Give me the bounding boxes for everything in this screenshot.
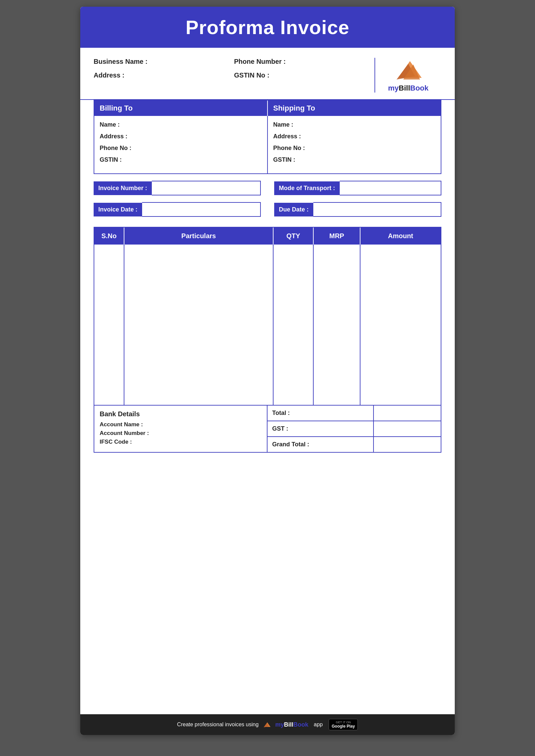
col-sno [94, 245, 124, 405]
transport-group: Mode of Transport : [274, 181, 441, 195]
total-value [374, 406, 441, 421]
col-header-amount: Amount [360, 228, 441, 245]
invoice-date-label: Invoice Date : [94, 203, 142, 216]
shipping-to-header: Shipping To [268, 101, 441, 116]
total-label: Total : [268, 406, 374, 421]
invoice-number-input[interactable] [152, 181, 261, 195]
billing-phone: Phone No : [100, 145, 262, 152]
billing-address: Address : [100, 133, 262, 140]
business-center: Phone Number : GSTIN No : [234, 58, 374, 93]
business-gstin-label: GSTIN No : [234, 71, 374, 79]
billing-col-right: Name : Address : Phone No : GSTIN : [268, 116, 441, 173]
table-header: S.No Particulars QTY MRP Amount [94, 228, 441, 245]
col-qty [274, 245, 314, 405]
bank-details-section: Bank Details Account Name : Account Numb… [94, 406, 268, 452]
footer-create-text: Create professional invoices using [177, 722, 259, 728]
business-left: Business Name : Address : [94, 58, 234, 93]
col-particulars [124, 245, 274, 405]
total-row: Total : [268, 406, 441, 421]
col-header-mrp: MRP [314, 228, 360, 245]
gst-row: GST : [268, 421, 441, 437]
due-date-group: Due Date : [274, 202, 441, 217]
business-logo-section: myBillBook [374, 58, 441, 93]
grand-total-label: Grand Total : [268, 437, 374, 452]
billing-body: Name : Address : Phone No : GSTIN : Name… [94, 116, 441, 173]
business-address-label: Address : [94, 71, 234, 79]
page-footer: Create professional invoices using myBil… [80, 714, 455, 735]
invoice-number-transport-row: Invoice Number : Mode of Transport : [94, 181, 441, 195]
gst-value [374, 421, 441, 436]
invoice-number-label: Invoice Number : [94, 181, 152, 195]
google-play-badge[interactable]: GET IT ON Google Play [329, 719, 358, 730]
gst-label: GST : [268, 421, 374, 436]
logo-bill: Bill [399, 84, 410, 92]
col-amount [360, 245, 441, 405]
table-footer: Bank Details Account Name : Account Numb… [94, 405, 441, 452]
account-name-label: Account Name : [100, 421, 261, 428]
items-table: S.No Particulars QTY MRP Amount Bank Det… [94, 227, 441, 453]
invoice-date-input[interactable] [142, 202, 261, 217]
logo-book: Book [410, 84, 429, 92]
mybillbook-logo-text: myBillBook [388, 84, 428, 93]
totals-section: Total : GST : Grand Total : [268, 406, 441, 452]
invoice-title: Proforma Invoice [186, 16, 349, 38]
footer-logo-text: myBillBook [275, 721, 308, 728]
billing-name: Name : [100, 121, 262, 128]
grand-total-value [374, 437, 441, 452]
billing-header: Billing To Shipping To [94, 101, 441, 116]
shipping-gstin: GSTIN : [273, 156, 435, 163]
billing-gstin: GSTIN : [100, 156, 262, 163]
business-section: Business Name : Address : Phone Number :… [80, 48, 455, 100]
ifsc-label: IFSC Code : [100, 439, 261, 445]
shipping-phone: Phone No : [273, 145, 435, 152]
due-date-input[interactable] [313, 202, 441, 217]
invoice-date-group: Invoice Date : [94, 202, 261, 217]
google-play-text: Google Play [332, 724, 355, 729]
business-phone-label: Phone Number : [234, 58, 374, 65]
shipping-name: Name : [273, 121, 435, 128]
bank-details-title: Bank Details [100, 410, 261, 418]
billing-to-header: Billing To [94, 101, 268, 116]
logo-container: myBillBook [388, 58, 428, 93]
col-mrp [314, 245, 360, 405]
logo-my: my [388, 84, 399, 92]
footer-logo-my: my [275, 721, 284, 728]
table-body-rows [94, 245, 441, 405]
get-it-on-text: GET IT ON [336, 721, 351, 724]
billing-shipping-section: Billing To Shipping To Name : Address : … [94, 100, 441, 174]
shipping-address: Address : [273, 133, 435, 140]
transport-label: Mode of Transport : [274, 181, 340, 195]
footer-app-text: app [314, 722, 323, 728]
business-name-label: Business Name : [94, 58, 234, 65]
footer-logo-icon [263, 721, 271, 728]
invoice-date-due-row: Invoice Date : Due Date : [94, 202, 441, 217]
due-date-label: Due Date : [274, 203, 313, 216]
col-header-qty: QTY [274, 228, 314, 245]
invoice-page: Proforma Invoice Business Name : Address… [80, 7, 455, 735]
invoice-header: Proforma Invoice [80, 7, 455, 48]
grand-total-row: Grand Total : [268, 437, 441, 452]
billing-col-left: Name : Address : Phone No : GSTIN : [94, 116, 268, 173]
footer-logo-bill: Bill [284, 721, 293, 728]
invoice-number-group: Invoice Number : [94, 181, 261, 195]
mybillbook-logo-icon [395, 58, 422, 81]
footer-logo-book: Book [293, 721, 308, 728]
col-header-sno: S.No [94, 228, 124, 245]
account-number-label: Account Number : [100, 430, 261, 437]
col-header-particulars: Particulars [124, 228, 274, 245]
transport-input[interactable] [340, 181, 441, 195]
